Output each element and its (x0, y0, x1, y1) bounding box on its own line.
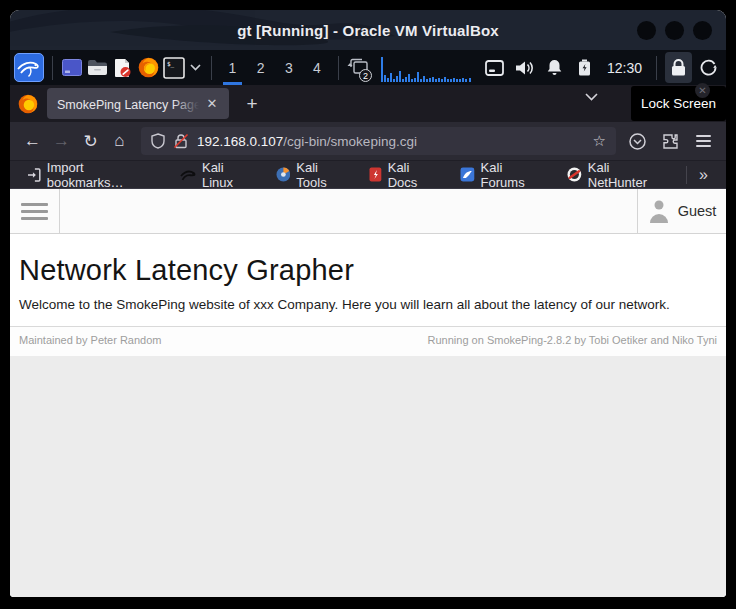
bookmark-kali-docs[interactable]: Kali Docs (362, 164, 449, 186)
show-desktop-button[interactable] (61, 53, 84, 82)
user-menu[interactable]: Guest (637, 189, 726, 233)
kali-menu-button[interactable] (14, 53, 44, 82)
tab-smokeping[interactable]: SmokePing Latency Page for ✕ (47, 88, 229, 119)
volume-tray-button[interactable] (511, 53, 538, 82)
url-path: /cgi-bin/smokeping.cgi (283, 134, 417, 149)
workspace-button-2[interactable]: 2 (248, 50, 273, 85)
workspace-button-3[interactable]: 3 (276, 50, 301, 85)
new-tab-button[interactable]: + (241, 93, 263, 115)
kali-forums-icon (460, 167, 475, 182)
bookmark-import[interactable]: Import bookmarks… (20, 164, 169, 186)
firefox-nav-toolbar: ← → ↻ ⌂ 192.168.0.107/cgi-bin/smokeping.… (10, 122, 726, 160)
page-content: Network Latency Grapher Welcome to the S… (10, 234, 726, 314)
notifications-tray-button[interactable] (541, 53, 568, 82)
user-avatar-icon (648, 199, 670, 223)
vm-titlebar: gt [Running] - Oracle VM VirtualBox (10, 10, 726, 50)
hamburger-menu-icon (21, 203, 48, 220)
vm-window-title: gt [Running] - Oracle VM VirtualBox (237, 22, 499, 39)
extensions-button[interactable] (656, 127, 685, 155)
list-all-tabs-button[interactable] (585, 93, 598, 101)
battery-icon (578, 59, 591, 76)
bookmark-label: Kali Forums (481, 160, 549, 190)
bookmark-label: Kali Tools (296, 160, 351, 190)
lock-screen-button[interactable] (665, 52, 692, 83)
clipboard-tray-button[interactable] (481, 53, 508, 82)
shield-icon (151, 133, 165, 149)
forward-button: → (47, 127, 76, 155)
workspace-label: 1 (229, 60, 237, 76)
url-input[interactable]: 192.168.0.107/cgi-bin/smokeping.cgi (197, 134, 585, 149)
window-minimize-button[interactable] (637, 21, 656, 40)
display-icon (485, 60, 504, 76)
file-manager-button[interactable] (86, 53, 109, 82)
terminal-icon: $_ (163, 57, 185, 79)
smokeping-page: Guest Network Latency Grapher Welcome to… (10, 188, 726, 597)
maintainer-text: Maintained by Peter Random (19, 334, 161, 346)
cpu-graph-widget[interactable] (379, 53, 475, 82)
url-bar[interactable]: 192.168.0.107/cgi-bin/smokeping.cgi ☆ (141, 127, 616, 155)
bookmark-label: Kali Docs (388, 160, 442, 190)
firefox-tab-strip: SmokePing Latency Page for ✕ + ✕ Lock Sc… (10, 85, 726, 122)
bookmark-label: Kali NetHunter (588, 160, 671, 190)
panel-separator (211, 56, 212, 80)
tab-close-button[interactable]: ✕ (203, 96, 221, 111)
bookmark-label: Import bookmarks… (47, 160, 162, 190)
workspace-button-4[interactable]: 4 (304, 50, 329, 85)
pocket-icon (629, 133, 646, 150)
folder-icon (87, 59, 108, 76)
bookmark-kali-forums[interactable]: Kali Forums (453, 164, 556, 186)
firefox-app-icon (18, 94, 38, 114)
page-menu-button[interactable] (10, 189, 60, 233)
url-host: 192.168.0.107 (197, 134, 283, 149)
workspace-button-1[interactable]: 1 (220, 50, 245, 85)
page-footer: Maintained by Peter Random Running on Sm… (10, 327, 726, 356)
firefox-icon (138, 57, 159, 78)
cpu-graph-icon (379, 53, 475, 82)
bookmarks-overflow-button[interactable]: » (691, 166, 716, 184)
panel-separator (656, 56, 657, 80)
panel-clock[interactable]: 12:30 (601, 60, 648, 76)
app-menu-button[interactable] (689, 127, 718, 155)
window-close-button[interactable] (693, 21, 712, 40)
import-icon (27, 168, 41, 182)
reload-button[interactable]: ↻ (76, 127, 105, 155)
bookmark-kali-nethunter[interactable]: Kali NetHunter (560, 164, 678, 186)
workspace-label: 2 (257, 60, 265, 76)
bookmarks-separator (686, 166, 687, 184)
tab-title: SmokePing Latency Page for (57, 98, 199, 112)
chevron-down-icon (585, 93, 598, 101)
bell-icon (546, 59, 563, 76)
bookmark-star-icon[interactable]: ☆ (593, 132, 606, 150)
version-text: Running on SmokePing-2.8.2 by Tobi Oetik… (428, 334, 717, 346)
desktop-icon (62, 59, 82, 76)
bookmark-label: Kali Linux (202, 160, 258, 190)
pocket-button[interactable] (623, 127, 652, 155)
bookmark-kali-linux[interactable]: Kali Linux (173, 164, 264, 186)
kali-tools-icon (276, 167, 291, 182)
launcher-dropdown-chevron[interactable] (188, 53, 202, 82)
window-maximize-button[interactable] (665, 21, 684, 40)
logout-button[interactable] (695, 53, 722, 82)
terminal-launcher-button[interactable]: $_ (163, 53, 186, 82)
browser-close-icon[interactable]: ✕ (695, 83, 710, 98)
kali-nethunter-icon (567, 167, 582, 182)
text-editor-button[interactable] (112, 53, 135, 82)
home-button[interactable]: ⌂ (105, 127, 134, 155)
window-list-button[interactable]: 2 (347, 53, 370, 82)
page-header: Guest (10, 189, 726, 234)
kali-logo-icon (17, 57, 40, 78)
insecure-lock-icon[interactable] (173, 133, 189, 149)
svg-text:$_: $_ (167, 60, 175, 68)
virtualbox-window: gt [Running] - Oracle VM VirtualBox (10, 10, 726, 597)
panel-separator (52, 56, 53, 80)
lock-screen-tooltip: Lock Screen (631, 86, 726, 121)
back-button[interactable]: ← (18, 127, 47, 155)
bookmark-kali-tools[interactable]: Kali Tools (269, 164, 358, 186)
kali-panel: $_ 1 2 3 4 2 (10, 50, 726, 85)
power-manager-tray-button[interactable] (571, 53, 598, 82)
workspace-label: 4 (313, 60, 321, 76)
page-background (10, 356, 726, 597)
firefox-launcher-button[interactable] (137, 53, 160, 82)
user-label: Guest (678, 203, 717, 219)
page-title: Network Latency Grapher (19, 254, 717, 287)
